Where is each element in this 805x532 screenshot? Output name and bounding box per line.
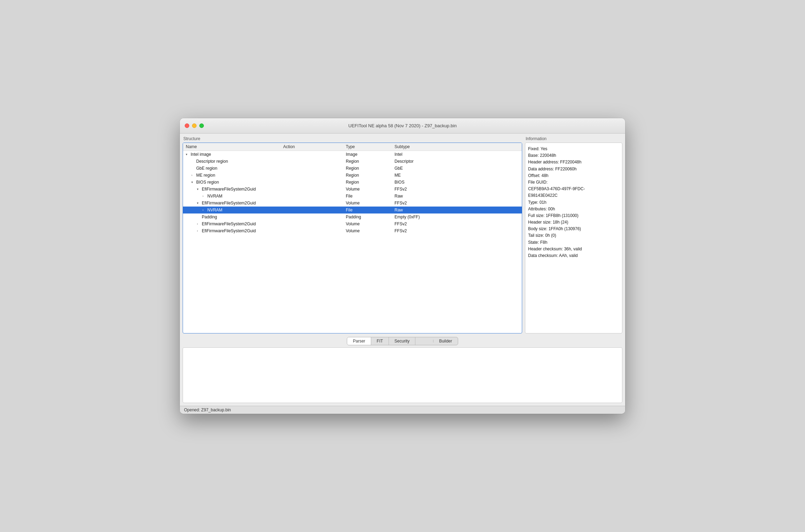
tree-row[interactable]: › NVRAM File Raw: [183, 207, 522, 213]
row-name: Intel image: [191, 152, 211, 157]
row-subtype: Intel: [394, 152, 519, 157]
structure-tree[interactable]: Name Action Type Subtype ▾ Intel image I…: [183, 143, 522, 333]
info-line: E98143E0422C: [528, 192, 619, 199]
tree-row[interactable]: › EfiFirmwareFileSystem2Guid Volume FFSv…: [183, 220, 522, 227]
info-line: File GUID:: [528, 179, 619, 186]
tree-row[interactable]: › ME region Region ME: [183, 172, 522, 179]
minimize-button[interactable]: [192, 123, 197, 128]
close-button[interactable]: [185, 123, 189, 128]
row-subtype: GbE: [394, 166, 519, 171]
row-name: EfiFirmwareFileSystem2Guid: [202, 221, 256, 226]
info-line: CEF5B9A3-476D-497F-9FDC-: [528, 186, 619, 192]
tree-name-cell: › NVRAM: [186, 194, 283, 199]
window-title: UEFITool NE alpha 58 (Nov 7 2020) - Z97_…: [348, 123, 456, 128]
tree-name-cell: ▾ EfiFirmwareFileSystem2Guid: [186, 201, 283, 205]
row-type: File: [346, 194, 394, 199]
expand-icon[interactable]: ▾: [197, 201, 201, 205]
row-name: ME region: [196, 173, 215, 178]
row-subtype: Descriptor: [394, 159, 519, 164]
row-subtype: FFSv2: [394, 228, 519, 233]
tree-row[interactable]: GbE region Region GbE: [183, 165, 522, 172]
info-content: Fixed: YesBase: 220048hHeader address: F…: [525, 143, 622, 333]
info-line: Type: 01h: [528, 199, 619, 206]
main-content: Structure Name Action Type Subtype ▾ Int…: [180, 134, 625, 336]
row-type: Volume: [346, 201, 394, 205]
information-label: Information: [525, 136, 622, 141]
status-bar: Opened: Z97_backup.bin: [180, 406, 625, 414]
tree-row[interactable]: ▾ BIOS region Region BIOS: [183, 179, 522, 186]
window-controls: [185, 123, 204, 128]
status-text: Opened: Z97_backup.bin: [184, 408, 231, 412]
log-area[interactable]: [183, 347, 622, 403]
info-line: Base: 220048h: [528, 152, 619, 159]
row-type: Region: [346, 166, 394, 171]
row-type: File: [346, 208, 394, 212]
tab-bar: ParserFITSecurityBuilder: [183, 336, 622, 346]
expand-icon[interactable]: ›: [197, 222, 201, 226]
row-subtype: FFSv2: [394, 187, 519, 192]
tab-spacer: [415, 340, 433, 342]
row-subtype: Raw: [394, 194, 519, 199]
expand-icon[interactable]: ›: [202, 194, 207, 198]
info-line: Data address: FF220060h: [528, 166, 619, 172]
tree-name-cell: › NVRAM: [186, 208, 283, 212]
info-line: Offset: 48h: [528, 172, 619, 179]
info-line: Header address: FF220048h: [528, 159, 619, 166]
tab-parser[interactable]: Parser: [347, 337, 371, 345]
structure-label: Structure: [183, 136, 522, 141]
tab-fit[interactable]: FIT: [371, 337, 389, 345]
tree-name-cell: Padding: [186, 215, 283, 219]
info-line: Attributes: 00h: [528, 206, 619, 212]
tree-row[interactable]: ▾ EfiFirmwareFileSystem2Guid Volume FFSv…: [183, 200, 522, 207]
information-panel: Information Fixed: YesBase: 220048hHeade…: [525, 136, 622, 333]
tab-builder[interactable]: Builder: [433, 337, 457, 345]
tree-row[interactable]: Padding Padding Empty (0xFF): [183, 213, 522, 220]
row-type: Padding: [346, 215, 394, 219]
info-line: Full size: 1FFB8h (131000): [528, 212, 619, 219]
info-line: State: F8h: [528, 239, 619, 246]
expand-icon[interactable]: ›: [202, 208, 207, 212]
row-name: NVRAM: [207, 208, 222, 212]
tree-row[interactable]: › EfiFirmwareFileSystem2Guid Volume FFSv…: [183, 227, 522, 234]
row-type: Volume: [346, 221, 394, 226]
info-line: Fixed: Yes: [528, 146, 619, 152]
row-name: EfiFirmwareFileSystem2Guid: [202, 187, 256, 192]
row-type: Region: [346, 159, 394, 164]
expand-icon[interactable]: ▾: [197, 187, 201, 191]
info-line: Body size: 1FFA0h (130976): [528, 226, 619, 232]
tree-row[interactable]: ▾ Intel image Image Intel: [183, 151, 522, 158]
col-type: Type: [346, 144, 394, 149]
col-name: Name: [186, 144, 283, 149]
main-window: UEFITool NE alpha 58 (Nov 7 2020) - Z97_…: [180, 118, 625, 414]
row-subtype: FFSv2: [394, 221, 519, 226]
tree-row[interactable]: Descriptor region Region Descriptor: [183, 158, 522, 165]
info-line: Header checksum: 36h, valid: [528, 246, 619, 252]
row-name: Descriptor region: [196, 159, 228, 164]
tree-row[interactable]: ▾ EfiFirmwareFileSystem2Guid Volume FFSv…: [183, 186, 522, 193]
tree-name-cell: ▾ Intel image: [186, 152, 283, 157]
maximize-button[interactable]: [199, 123, 204, 128]
expand-icon[interactable]: ›: [191, 174, 196, 177]
expand-icon[interactable]: ▾: [191, 180, 196, 184]
row-subtype: Empty (0xFF): [394, 215, 519, 219]
tab-security[interactable]: Security: [389, 337, 415, 345]
tree-row[interactable]: › NVRAM File Raw: [183, 193, 522, 200]
row-subtype: ME: [394, 173, 519, 178]
row-name: BIOS region: [196, 180, 219, 185]
row-name: Padding: [202, 215, 217, 219]
row-name: EfiFirmwareFileSystem2Guid: [202, 201, 256, 205]
col-subtype: Subtype: [394, 144, 519, 149]
tree-header: Name Action Type Subtype: [183, 143, 522, 151]
bottom-section: ParserFITSecurityBuilder: [180, 336, 625, 406]
row-subtype: BIOS: [394, 180, 519, 185]
info-line: Header size: 18h (24): [528, 219, 619, 226]
row-name: NVRAM: [207, 194, 222, 199]
tree-name-cell: › ME region: [186, 173, 283, 178]
tree-name-cell: › EfiFirmwareFileSystem2Guid: [186, 228, 283, 233]
row-subtype: Raw: [394, 208, 519, 212]
expand-icon[interactable]: ›: [197, 229, 201, 233]
tree-name-cell: ▾ EfiFirmwareFileSystem2Guid: [186, 187, 283, 192]
info-line: Data checksum: AAh, valid: [528, 252, 619, 259]
expand-icon[interactable]: ▾: [186, 153, 190, 156]
row-name: GbE region: [196, 166, 217, 171]
